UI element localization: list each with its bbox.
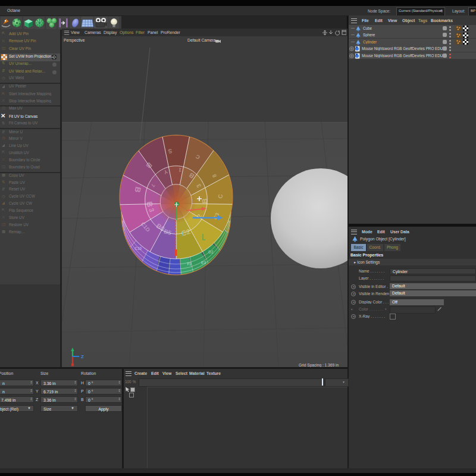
svg-text:C: C [217,194,224,199]
svg-text:E3: E3 [201,261,206,265]
svg-text:Z: Z [81,354,84,359]
svg-text:D2: D2 [208,250,214,254]
svg-text:C10: C10 [134,246,142,250]
svg-text:F3: F3 [187,262,192,266]
svg-text:B: B [201,198,209,203]
